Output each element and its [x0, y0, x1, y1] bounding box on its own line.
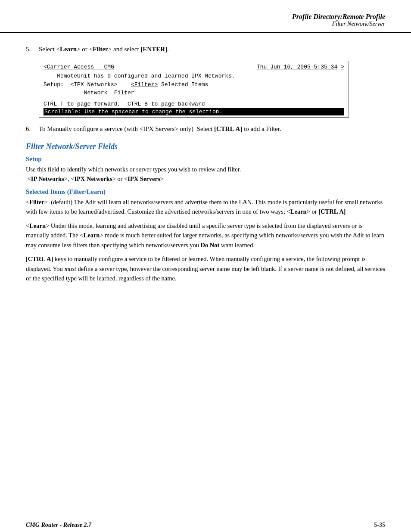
header-title: Profile Directory:Remote Profile	[26, 13, 385, 21]
step-5: 5. Select <Learn> or <Filter> and select…	[26, 46, 385, 53]
terminal-box: < Carrier Access - CMG Thu Jun 16, 2005 …	[39, 61, 349, 118]
subsection-setup: Setup Use this field to identify which n…	[26, 156, 385, 184]
terminal-network-col: Network	[84, 90, 108, 96]
terminal-filter: <Filter>	[131, 81, 158, 88]
terminal-filter-col: Filter	[114, 90, 134, 96]
section-heading: Filter Network/Server Fields	[26, 142, 385, 151]
terminal-line4: CTRL F to page forward, CTRL B to page b…	[44, 100, 344, 109]
step-5-text: Select <Learn> or <Filter> and select [E…	[39, 46, 169, 53]
selected-items-para1: <Filter> (default) The Adit will learn a…	[26, 197, 385, 217]
page: Profile Directory:Remote Profile Filter …	[0, 0, 411, 532]
subsection-selected-items: Selected Items (Filter/Learn) <Filter> (…	[26, 188, 385, 283]
step-6-text: To Manually configure a service (with <I…	[39, 125, 281, 133]
selected-items-para2: <Learn> Under this mode, learning and ad…	[26, 221, 385, 250]
terminal-header: < Carrier Access - CMG Thu Jun 16, 2005 …	[44, 64, 344, 70]
terminal-line5: Scrollable: Use the spacebar to change t…	[44, 108, 344, 115]
page-footer: CMG Router - Release 2.7 5-35	[0, 518, 411, 532]
header-subtitle: Filter Network/Server	[26, 21, 385, 28]
terminal-datetime: Thu Jun 16, 2005 5:35:34	[257, 64, 337, 70]
terminal-line3: Network Filter	[44, 89, 344, 97]
terminal-line2: Setup: <IPX Networks> <Filter> Selected …	[44, 81, 344, 89]
terminal-arrow-left: <	[44, 64, 47, 70]
page-header: Profile Directory:Remote Profile Filter …	[0, 0, 411, 33]
step-6-number: 6.	[26, 125, 39, 133]
selected-items-heading: Selected Items (Filter/Learn)	[26, 188, 385, 196]
step-6: 6. To Manually configure a service (with…	[26, 125, 385, 133]
setup-heading: Setup	[26, 156, 385, 163]
setup-text: Use this field to identify which network…	[26, 165, 385, 184]
selected-items-para3: [CTRL A] keys to manually configure a se…	[26, 254, 385, 283]
footer-left: CMG Router - Release 2.7	[26, 522, 91, 529]
page-content: 5. Select <Learn> or <Filter> and select…	[0, 33, 411, 518]
step-5-number: 5.	[26, 46, 39, 53]
terminal-line1: RemoteUnit has 0 configured and learned …	[44, 72, 344, 81]
terminal-arrow-right: >	[341, 64, 344, 70]
footer-right: 5-35	[374, 522, 385, 529]
terminal-title: Carrier Access - CMG	[47, 64, 114, 70]
